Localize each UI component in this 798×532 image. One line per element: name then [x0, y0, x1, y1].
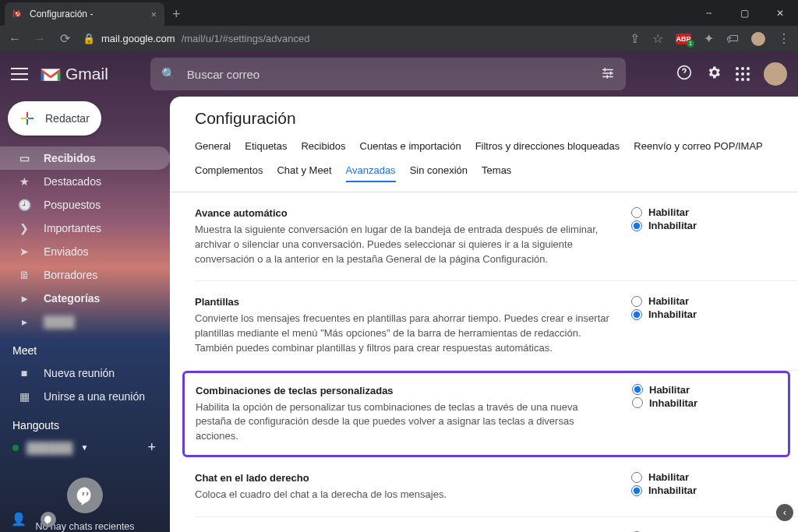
setting-chat-en-el-lado-derecho: Chat en el lado derechoColoca el cuadro …: [195, 457, 798, 517]
setting-avance-autom-tico: Avance automáticoMuestra la siguiente co…: [195, 192, 798, 281]
star-icon: ★: [17, 175, 31, 188]
option-title: Avance automático: [195, 206, 616, 221]
chevron-down-icon[interactable]: ▼: [81, 443, 89, 452]
setting-icono-de-mensaje-sin-leer: Icono de mensaje sin leerMira el icono d…: [195, 517, 798, 532]
tab-general[interactable]: General: [195, 140, 231, 157]
sidebar-item-important[interactable]: ❯Importantes: [0, 217, 170, 240]
tab-chat-y-meet[interactable]: Chat y Meet: [277, 164, 331, 182]
gmail-favicon: [12, 9, 23, 19]
hangouts-section-label: Hangouts: [0, 408, 170, 436]
tab-cuentas-e-importaci-n[interactable]: Cuentas e importación: [360, 140, 461, 157]
sidebar-item-label: Categorías: [44, 292, 100, 305]
close-tab-icon[interactable]: ×: [150, 9, 157, 20]
window-close-icon[interactable]: ✕: [762, 1, 798, 26]
reading-list-icon[interactable]: 🏷: [726, 32, 739, 46]
sidebar-item-label: Importantes: [44, 222, 101, 234]
address-bar[interactable]: 🔒 mail.google.com/mail/u/1/#settings/adv…: [83, 33, 309, 44]
option-title: Chat en el lado derecho: [195, 471, 616, 486]
window-maximize-icon[interactable]: ▢: [726, 1, 762, 26]
tab-etiquetas[interactable]: Etiquetas: [245, 140, 287, 157]
radio-enable[interactable]: Habilitar: [631, 206, 748, 218]
window-minimize-icon[interactable]: ╌: [690, 1, 726, 26]
main-menu-icon[interactable]: [11, 68, 28, 80]
search-options-icon[interactable]: [601, 66, 615, 83]
sidebar-item-hidden[interactable]: ▸████: [0, 310, 170, 333]
lock-icon: 🔒: [83, 33, 95, 44]
account-avatar[interactable]: [764, 62, 787, 86]
settings-gear-icon[interactable]: [706, 65, 722, 83]
radio-disable[interactable]: Inhabilitar: [631, 308, 748, 320]
tab-title: Configuración -: [30, 9, 93, 19]
clock-icon: 🕘: [17, 199, 31, 211]
hangouts-tab-icon[interactable]: [41, 512, 56, 527]
extensions-icon[interactable]: ✦: [704, 31, 714, 46]
radio-disable[interactable]: Inhabilitar: [632, 397, 749, 409]
nav-reload-icon[interactable]: ⟳: [58, 31, 72, 46]
page-title: Configuración: [195, 109, 798, 128]
option-title: Plantillas: [195, 295, 616, 310]
sidebar-item-label: ████: [44, 315, 75, 328]
option-desc: Convierte los mensajes frecuentes en pla…: [195, 312, 609, 354]
radio-enable[interactable]: Habilitar: [631, 295, 748, 307]
chrome-menu-icon[interactable]: ⋮: [778, 31, 790, 46]
tab-complementos[interactable]: Complementos: [195, 164, 263, 182]
tab-temas[interactable]: Temas: [482, 164, 511, 182]
option-desc: Muestra la siguiente conversación en lug…: [195, 224, 598, 265]
radio-enable[interactable]: Habilitar: [632, 384, 749, 396]
sidebar-item-new-meeting[interactable]: ■Nueva reunión: [0, 361, 170, 385]
sidebar-item-categories[interactable]: ▸Categorías: [0, 287, 170, 310]
option-title: Combinaciones de teclas personalizadas: [196, 384, 616, 399]
hangouts-self-row[interactable]: ██████ ▼ +: [0, 439, 170, 456]
support-icon[interactable]: [676, 65, 692, 83]
product-name: Gmail: [65, 65, 108, 83]
new-tab-button[interactable]: +: [164, 2, 189, 26]
sidebar-item-label: Destacados: [44, 175, 101, 188]
send-icon: ➤: [17, 245, 31, 258]
important-icon: ❯: [17, 222, 31, 234]
browser-tab[interactable]: Configuración - ×: [5, 2, 164, 26]
chevron-right-icon: ▸: [17, 292, 31, 305]
bookmark-icon[interactable]: ☆: [652, 31, 663, 46]
hangouts-self-name: ██████: [26, 442, 73, 454]
search-input[interactable]: 🔍 Buscar correo: [150, 58, 626, 90]
radio-disable[interactable]: Inhabilitar: [631, 220, 748, 231]
inbox-icon: ▭: [17, 152, 31, 164]
share-icon[interactable]: ⇪: [630, 31, 640, 46]
settings-tabs-row2: ComplementosChat y MeetAvanzadasSin cone…: [195, 164, 798, 182]
svg-rect-1: [602, 72, 613, 74]
sidebar-item-join-meeting[interactable]: ▦Unirse a una reunión: [0, 385, 170, 408]
url-domain: mail.google.com: [101, 33, 175, 44]
sidebar-item-label: Unirse a una reunión: [44, 390, 145, 403]
setting-plantillas: PlantillasConvierte los mensajes frecuen…: [195, 281, 798, 370]
tab-sin-conexi-n[interactable]: Sin conexión: [410, 164, 468, 182]
sidebar-item-inbox[interactable]: ▭Recibidos: [0, 146, 170, 170]
sidebar-item-drafts[interactable]: 🗎Borradores: [0, 263, 170, 287]
sidebar-item-sent[interactable]: ➤Enviados: [0, 240, 170, 263]
nav-forward-icon[interactable]: →: [33, 32, 47, 46]
meet-section-label: Meet: [0, 333, 170, 361]
search-icon: 🔍: [161, 67, 176, 81]
gmail-logo[interactable]: Gmail: [39, 65, 108, 83]
tab-reenv-o-y-correo-pop-imap[interactable]: Reenvío y correo POP/IMAP: [634, 140, 762, 157]
nav-back-icon[interactable]: ←: [8, 32, 22, 46]
url-path: /mail/u/1/#settings/advanced: [182, 33, 310, 44]
sidebar-item-label: Borradores: [44, 269, 97, 281]
contacts-icon[interactable]: 👤: [11, 512, 26, 527]
sidebar-item-label: Pospuestos: [44, 199, 101, 211]
sidebar-item-snoozed[interactable]: 🕘Pospuestos: [0, 193, 170, 217]
radio-enable[interactable]: Habilitar: [631, 471, 748, 483]
tab-filtros-y-direcciones-bloqueadas[interactable]: Filtros y direcciones bloqueadas: [475, 140, 620, 157]
tab-recibidos[interactable]: Recibidos: [301, 140, 345, 157]
side-panel-toggle[interactable]: ‹: [776, 504, 793, 521]
tab-avanzadas[interactable]: Avanzadas: [346, 164, 396, 182]
sidebar-item-starred[interactable]: ★Destacados: [0, 170, 170, 193]
presence-dot-icon: [12, 445, 19, 451]
google-apps-icon[interactable]: [736, 67, 750, 81]
adblock-extension-icon[interactable]: ABP: [676, 33, 691, 44]
new-chat-icon[interactable]: +: [147, 439, 170, 456]
sidebar-item-label: Nueva reunión: [44, 367, 115, 379]
setting-combinaciones-de-teclas-personalizadas: Combinaciones de teclas personalizadasHa…: [182, 371, 790, 457]
compose-button[interactable]: Redactar: [8, 101, 101, 136]
chrome-profile-avatar[interactable]: [751, 32, 765, 46]
radio-disable[interactable]: Inhabilitar: [631, 484, 748, 496]
